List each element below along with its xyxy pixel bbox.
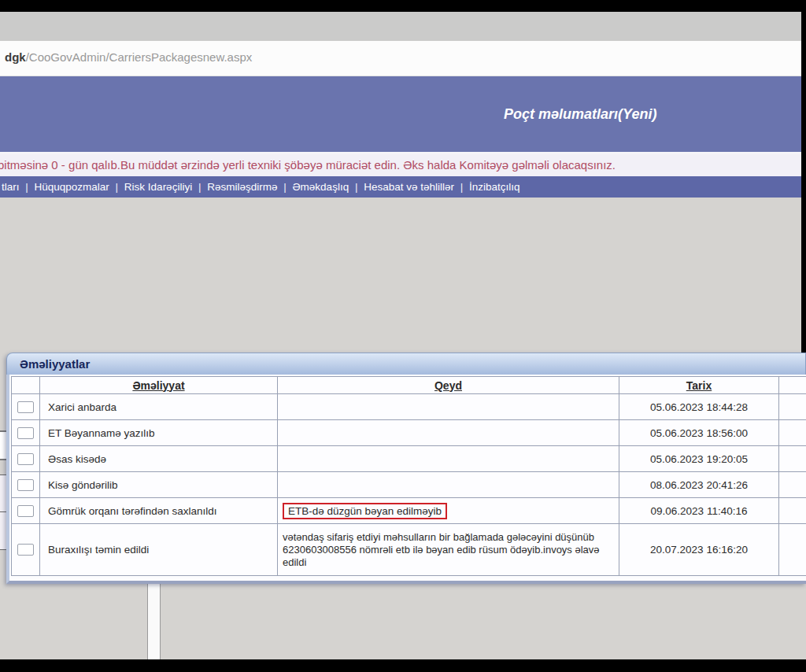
- operation-date: 05.06.2023 19:20:05: [619, 446, 779, 471]
- operation-row-4: Kisə göndərilib08.06.2023 20:41:26: [12, 472, 806, 498]
- page-title: Poçt məlumatları(Yeni): [504, 106, 656, 123]
- modal-title: Əməliyyatlar: [20, 357, 90, 371]
- operation-note: [278, 446, 619, 471]
- operation-date: 05.06.2023 18:56:00: [619, 420, 779, 445]
- operation-note: vətəndaş sifariş etdiyi məhsulların bir …: [278, 524, 619, 575]
- nav-item-6[interactable]: Hesabat və təhlillər: [364, 181, 454, 193]
- operation-row-1: Xarici anbarda05.06.2023 18:44:28: [12, 394, 806, 420]
- warning-banner: bitməsinə 0 - gün qalıb.Bu müddət ərzind…: [0, 154, 804, 176]
- operation-checkbox-1[interactable]: [17, 401, 34, 413]
- operation-row-3: Əsas kisədə05.06.2023 19:20:05: [12, 446, 806, 472]
- nav-separator: |: [277, 181, 292, 193]
- url-path: /CooGovAdmin/CarriersPackagesnew.aspx: [26, 50, 253, 64]
- nav-item-4[interactable]: Rəsmiləşdirmə: [207, 181, 277, 193]
- operation-name: Əsas kisədə: [40, 446, 278, 471]
- nav-item-3[interactable]: Risk Idarəçiliyi: [124, 181, 192, 193]
- url-text[interactable]: dgk/CooGovAdmin/CarriersPackagesnew.aspx: [5, 50, 252, 64]
- operation-checkbox-5[interactable]: [17, 505, 34, 517]
- operation-note: [278, 472, 619, 497]
- operation-note: [278, 420, 619, 445]
- modal-header-spacer: [12, 377, 40, 393]
- operation-checkbox-2[interactable]: [17, 427, 34, 439]
- operation-checkbox-4[interactable]: [17, 479, 34, 491]
- modal-col-note[interactable]: Qeyd: [278, 377, 619, 393]
- screen: dgk/CooGovAdmin/CarriersPackagesnew.aspx…: [0, 0, 806, 672]
- operation-checkbox-6[interactable]: [17, 544, 34, 556]
- operation-row-5: Gömrük orqanı tərəfindən saxlanıldıETB-d…: [12, 498, 806, 524]
- highlighted-note: ETB-də düzgün bəyan edilməyib: [283, 503, 447, 519]
- operation-checkbox-cell: [12, 524, 40, 575]
- main-nav: tları | Hüquqpozmalar | Risk Idarəçiliyi…: [0, 176, 801, 198]
- url-domain-fragment: dgk: [5, 50, 26, 64]
- operation-date: 20.07.2023 16:16:20: [619, 524, 779, 575]
- operation-row-2: ET Bəyannamə yazılıb05.06.2023 18:56:00: [12, 420, 806, 446]
- operation-extra-cell: [779, 420, 806, 445]
- operation-name: ET Bəyannamə yazılıb: [40, 420, 278, 445]
- operation-extra-cell: [779, 394, 806, 419]
- nav-item-7[interactable]: İnzibatçılıq: [469, 181, 520, 193]
- nav-item-5[interactable]: Əməkdaşlıq: [292, 181, 349, 193]
- browser-tab-bar: [0, 12, 801, 41]
- nav-separator: |: [349, 181, 364, 193]
- letterbox-bottom: [0, 659, 806, 672]
- operation-name: Buraxılışı təmin edildi: [40, 524, 278, 575]
- letterbox-right: [801, 0, 806, 353]
- modal-header-spacer: [779, 377, 806, 393]
- page-header: Poçt məlumatları(Yeni): [0, 76, 801, 152]
- operation-note: ETB-də düzgün bəyan edilməyib: [278, 498, 619, 523]
- modal-header-row: ƏməliyyatQeydTarix: [12, 377, 806, 394]
- operation-extra-cell: [779, 498, 806, 523]
- operation-checkbox-cell: [12, 394, 40, 419]
- operation-checkbox-cell: [12, 420, 40, 445]
- modal-col-operation[interactable]: Əməliyyat: [40, 377, 278, 393]
- nav-separator: |: [20, 181, 35, 193]
- operation-date: 08.06.2023 20:41:26: [619, 472, 779, 497]
- operation-checkbox-3[interactable]: [17, 453, 34, 465]
- operation-name: Gömrük orqanı tərəfindən saxlanıldı: [40, 498, 278, 523]
- operation-date: 09.06.2023 11:40:16: [619, 498, 779, 523]
- note-text: vətəndaş sifariş etdiyi məhsulların bir …: [283, 531, 614, 569]
- operations-table: ƏməliyyatQeydTarixXarici anbarda05.06.20…: [11, 376, 806, 576]
- operation-row-6: Buraxılışı təmin edildivətəndaş sifariş …: [12, 524, 806, 576]
- operation-note: [278, 394, 619, 419]
- nav-item-2[interactable]: Hüquqpozmalar: [35, 181, 109, 193]
- operation-extra-cell: [779, 524, 806, 575]
- operation-extra-cell: [779, 446, 806, 471]
- nav-separator: |: [192, 181, 207, 193]
- modal-title-bar[interactable]: Əməliyyatlar: [6, 353, 806, 375]
- operation-checkbox-cell: [12, 498, 40, 523]
- operation-name: Kisə göndərilib: [40, 472, 278, 497]
- modal-body: ƏməliyyatQeydTarixXarici anbarda05.06.20…: [6, 375, 806, 584]
- operation-extra-cell: [779, 472, 806, 497]
- letterbox-top: [0, 0, 806, 12]
- nav-item-1[interactable]: tları: [2, 181, 20, 193]
- nav-separator: |: [454, 181, 469, 193]
- operation-checkbox-cell: [12, 446, 40, 471]
- operation-checkbox-cell: [12, 472, 40, 497]
- operation-name: Xarici anbarda: [40, 394, 278, 419]
- operation-date: 05.06.2023 18:44:28: [619, 394, 779, 419]
- browser-url-bar[interactable]: dgk/CooGovAdmin/CarriersPackagesnew.aspx: [0, 41, 801, 76]
- modal-col-date[interactable]: Tarix: [619, 377, 779, 393]
- nav-separator: |: [109, 181, 124, 193]
- operations-modal: Əməliyyatlar ƏməliyyatQeydTarixXarici an…: [6, 353, 806, 584]
